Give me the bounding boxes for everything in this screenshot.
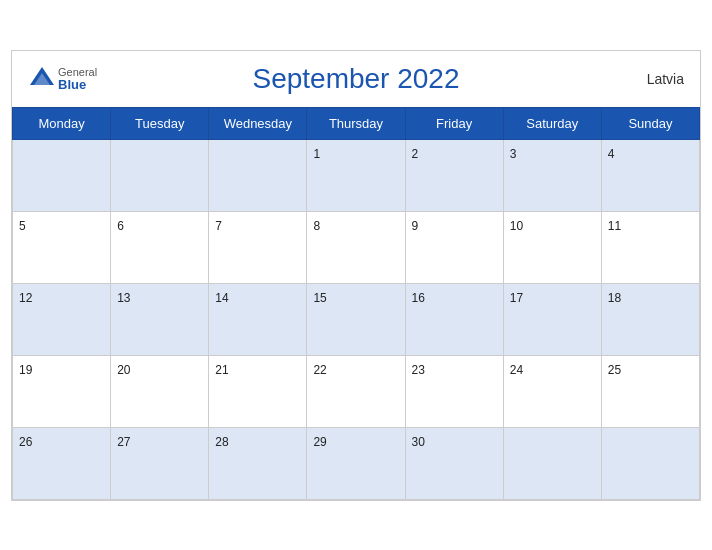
country-label: Latvia <box>647 71 684 87</box>
weekday-header-row: Monday Tuesday Wednesday Thursday Friday… <box>13 107 700 139</box>
calendar-cell: 22 <box>307 355 405 427</box>
calendar-cell <box>209 139 307 211</box>
day-number: 18 <box>608 291 621 305</box>
calendar-cell: 23 <box>405 355 503 427</box>
calendar-cell: 20 <box>111 355 209 427</box>
calendar-cell <box>503 427 601 499</box>
calendar-week-row: 19202122232425 <box>13 355 700 427</box>
day-number: 13 <box>117 291 130 305</box>
day-number: 14 <box>215 291 228 305</box>
day-number: 9 <box>412 219 419 233</box>
calendar-cell: 16 <box>405 283 503 355</box>
calendar-cell: 17 <box>503 283 601 355</box>
calendar-cell: 29 <box>307 427 405 499</box>
calendar-cell: 19 <box>13 355 111 427</box>
day-number: 30 <box>412 435 425 449</box>
day-number: 26 <box>19 435 32 449</box>
day-number: 16 <box>412 291 425 305</box>
weekday-saturday: Saturday <box>503 107 601 139</box>
day-number: 5 <box>19 219 26 233</box>
calendar-cell: 13 <box>111 283 209 355</box>
day-number: 24 <box>510 363 523 377</box>
calendar-cell: 25 <box>601 355 699 427</box>
calendar-cell: 10 <box>503 211 601 283</box>
weekday-monday: Monday <box>13 107 111 139</box>
day-number: 1 <box>313 147 320 161</box>
day-number: 7 <box>215 219 222 233</box>
day-number: 28 <box>215 435 228 449</box>
calendar-week-row: 2627282930 <box>13 427 700 499</box>
day-number: 23 <box>412 363 425 377</box>
calendar-cell: 8 <box>307 211 405 283</box>
day-number: 21 <box>215 363 228 377</box>
calendar-week-row: 12131415161718 <box>13 283 700 355</box>
day-number: 19 <box>19 363 32 377</box>
day-number: 4 <box>608 147 615 161</box>
calendar-cell: 27 <box>111 427 209 499</box>
day-number: 15 <box>313 291 326 305</box>
calendar-cell: 2 <box>405 139 503 211</box>
day-number: 12 <box>19 291 32 305</box>
calendar-cell <box>111 139 209 211</box>
day-number: 2 <box>412 147 419 161</box>
calendar-cell: 15 <box>307 283 405 355</box>
calendar-cell: 30 <box>405 427 503 499</box>
calendar: General Blue September 2022 Latvia Monda… <box>11 50 701 501</box>
day-number: 20 <box>117 363 130 377</box>
calendar-title: September 2022 <box>252 63 459 95</box>
calendar-cell: 18 <box>601 283 699 355</box>
calendar-week-row: 567891011 <box>13 211 700 283</box>
logo-icon <box>28 65 56 93</box>
calendar-cell: 26 <box>13 427 111 499</box>
calendar-cell: 9 <box>405 211 503 283</box>
day-number: 10 <box>510 219 523 233</box>
calendar-cell: 24 <box>503 355 601 427</box>
calendar-cell: 14 <box>209 283 307 355</box>
logo-blue-text: Blue <box>58 78 97 91</box>
weekday-wednesday: Wednesday <box>209 107 307 139</box>
calendar-cell: 4 <box>601 139 699 211</box>
calendar-cell: 3 <box>503 139 601 211</box>
day-number: 6 <box>117 219 124 233</box>
day-number: 27 <box>117 435 130 449</box>
day-number: 25 <box>608 363 621 377</box>
calendar-table: Monday Tuesday Wednesday Thursday Friday… <box>12 107 700 500</box>
day-number: 11 <box>608 219 621 233</box>
calendar-cell: 1 <box>307 139 405 211</box>
calendar-cell <box>13 139 111 211</box>
day-number: 29 <box>313 435 326 449</box>
day-number: 17 <box>510 291 523 305</box>
logo: General Blue <box>28 65 97 93</box>
calendar-cell <box>601 427 699 499</box>
day-number: 22 <box>313 363 326 377</box>
weekday-friday: Friday <box>405 107 503 139</box>
calendar-cell: 6 <box>111 211 209 283</box>
calendar-header: General Blue September 2022 Latvia <box>12 51 700 107</box>
day-number: 3 <box>510 147 517 161</box>
weekday-thursday: Thursday <box>307 107 405 139</box>
calendar-cell: 21 <box>209 355 307 427</box>
calendar-cell: 12 <box>13 283 111 355</box>
calendar-cell: 5 <box>13 211 111 283</box>
weekday-tuesday: Tuesday <box>111 107 209 139</box>
day-number: 8 <box>313 219 320 233</box>
calendar-cell: 28 <box>209 427 307 499</box>
weekday-sunday: Sunday <box>601 107 699 139</box>
calendar-cell: 11 <box>601 211 699 283</box>
calendar-week-row: 1234 <box>13 139 700 211</box>
calendar-cell: 7 <box>209 211 307 283</box>
